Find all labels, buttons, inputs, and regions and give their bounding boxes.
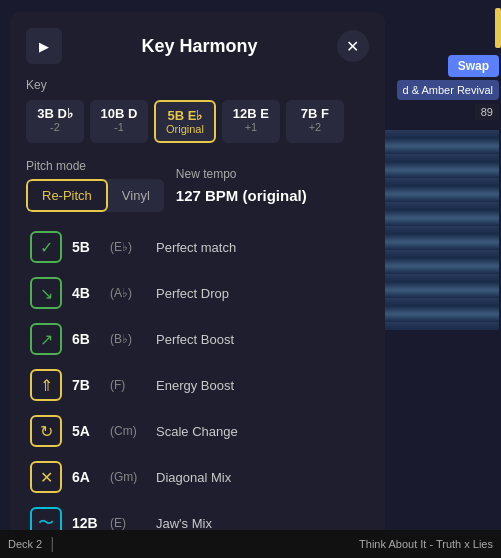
match-label: Perfect Boost: [156, 332, 365, 347]
list-item[interactable]: ✕ 6A (Gm) Diagonal Mix: [26, 456, 369, 498]
match-label: Energy Boost: [156, 378, 365, 393]
key-item-2[interactable]: 5B E♭ Original: [154, 100, 216, 143]
list-item[interactable]: ✓ 5B (E♭) Perfect match: [26, 226, 369, 268]
modal-header: ▶ Key Harmony ✕: [26, 28, 369, 64]
cycle-icon: ↻: [30, 415, 62, 447]
pitch-mode-label: Pitch mode: [26, 159, 164, 173]
yellow-accent-bar: [495, 8, 501, 48]
match-label: Perfect Drop: [156, 286, 365, 301]
note-label: (A♭): [110, 286, 146, 300]
match-label: Jaw's Mix: [156, 516, 365, 531]
key-item-4[interactable]: 7B F +2: [286, 100, 344, 143]
match-icon: ✓: [30, 231, 62, 263]
bottom-track-label: Think About It - Truth x Lies: [62, 538, 493, 550]
key-item-3[interactable]: 12B E +1: [222, 100, 280, 143]
note-label: (E): [110, 516, 146, 530]
note-label: (F): [110, 378, 146, 392]
key-item-1[interactable]: 10B D -1: [90, 100, 148, 143]
keys-list: ✓ 5B (E♭) Perfect match ↘ 4B (A♭) Perfec…: [26, 226, 369, 558]
note-label: (B♭): [110, 332, 146, 346]
key-item-0[interactable]: 3B D♭ -2: [26, 100, 84, 143]
key-label: 5A: [72, 423, 100, 439]
close-button[interactable]: ✕: [337, 30, 369, 62]
arrow-up-icon: ↗: [30, 323, 62, 355]
match-label: Perfect match: [156, 240, 365, 255]
waveform-panel: [384, 130, 499, 330]
note-label: (E♭): [110, 240, 146, 254]
key-label: 5B: [72, 239, 100, 255]
key-row: 3B D♭ -2 10B D -1 5B E♭ Original 12B E +…: [26, 100, 369, 143]
list-item[interactable]: ↗ 6B (B♭) Perfect Boost: [26, 318, 369, 360]
key-label: 12B: [72, 515, 100, 531]
play-button[interactable]: ▶: [26, 28, 62, 64]
x-icon: ✕: [30, 461, 62, 493]
note-label: (Gm): [110, 470, 146, 484]
pitch-buttons: Re-Pitch Vinyl: [26, 179, 164, 212]
tempo-label: New tempo: [176, 167, 369, 181]
key-label: 6A: [72, 469, 100, 485]
vinyl-button[interactable]: Vinyl: [108, 179, 164, 212]
list-item[interactable]: ↘ 4B (A♭) Perfect Drop: [26, 272, 369, 314]
deck-label: Deck 2: [8, 538, 42, 550]
tempo-section: New tempo 127 BPM (original): [176, 167, 369, 204]
tempo-value: 127 BPM (original): [176, 187, 369, 204]
match-label: Scale Change: [156, 424, 365, 439]
key-section: Key 3B D♭ -2 10B D -1 5B E♭ Original 12B…: [26, 78, 369, 143]
modal-title: Key Harmony: [141, 36, 257, 57]
key-harmony-modal: ▶ Key Harmony ✕ Key 3B D♭ -2 10B D -1 5B…: [10, 12, 385, 558]
double-up-icon: ⇑: [30, 369, 62, 401]
note-label: (Cm): [110, 424, 146, 438]
key-label: 6B: [72, 331, 100, 347]
key-section-label: Key: [26, 78, 369, 92]
bottom-bar: Deck 2 | Think About It - Truth x Lies: [0, 530, 501, 558]
track-name-badge: d & Amber Revival: [397, 80, 499, 100]
key-label: 4B: [72, 285, 100, 301]
arrow-down-icon: ↘: [30, 277, 62, 309]
list-item[interactable]: ⇑ 7B (F) Energy Boost: [26, 364, 369, 406]
repitch-button[interactable]: Re-Pitch: [26, 179, 108, 212]
pitch-section: Pitch mode Re-Pitch Vinyl: [26, 159, 164, 212]
key-label: 7B: [72, 377, 100, 393]
pitch-tempo-row: Pitch mode Re-Pitch Vinyl New tempo 127 …: [26, 159, 369, 212]
swap-button[interactable]: Swap: [448, 55, 499, 77]
bpm-badge: 89: [475, 104, 499, 120]
list-item[interactable]: ↻ 5A (Cm) Scale Change: [26, 410, 369, 452]
match-label: Diagonal Mix: [156, 470, 365, 485]
